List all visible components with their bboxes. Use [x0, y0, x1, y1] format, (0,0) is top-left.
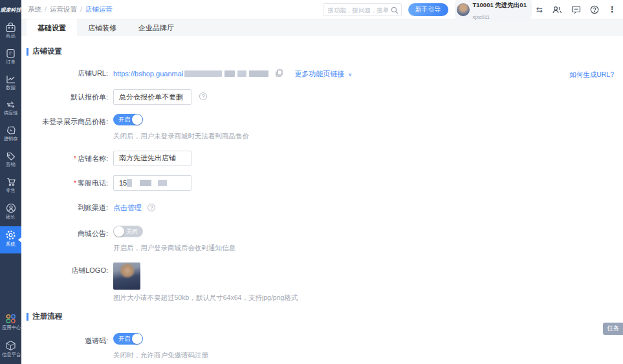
mall-notice-label: 商城公告: — [21, 226, 113, 253]
more-menu-icon[interactable]: ⋮ — [608, 5, 617, 14]
info-icon[interactable]: ? — [199, 92, 207, 100]
sidebar-item-data[interactable]: 数据 — [0, 71, 21, 97]
shop-logo-label: 店铺LOGO: — [21, 262, 113, 303]
more-links-dropdown[interactable]: 更多功能页链接 ∨ — [294, 70, 352, 78]
shop-logo-image[interactable] — [113, 262, 140, 290]
redacted-url-block — [184, 70, 222, 77]
chart-icon — [0, 74, 21, 84]
feedback-icon[interactable] — [571, 5, 581, 14]
redacted-phone-block — [127, 179, 132, 187]
manage-channel-link[interactable]: 点击管理 — [113, 204, 142, 211]
user-id: T10001 先进先出01 — [473, 1, 527, 8]
cart-icon — [0, 177, 21, 187]
sidebar-item-products[interactable]: 商品 — [0, 19, 21, 45]
price-visible-toggle[interactable]: 开启 — [113, 114, 143, 125]
sidebar-item-app-center[interactable]: 应用中心 — [0, 310, 21, 337]
required-mark: * — [74, 179, 76, 187]
switch-account-icon[interactable]: ⇆ — [536, 5, 543, 14]
sidebar-item-marketing[interactable]: 营销 — [0, 148, 21, 174]
redacted-url-block — [237, 70, 246, 77]
default-quote-label: 默认报价单: — [21, 89, 113, 105]
sidebar-item-label: 供应链 — [2, 110, 19, 117]
sidebar-item-orders[interactable]: 订单 — [0, 45, 21, 71]
gear-icon — [0, 230, 21, 241]
search-input[interactable] — [323, 3, 402, 16]
sidebar-item-supply-chain[interactable]: 供应链 — [0, 97, 21, 122]
sidebar-item-label: 数据 — [2, 85, 19, 92]
section-accent-bar — [27, 48, 28, 56]
shop-logo-desc: 图片大小请不要超过50kb，默认尺寸64x64，支持jpg/png格式 — [113, 293, 623, 303]
shop-url-link[interactable]: https://bshop.guanmai — [113, 70, 183, 78]
sidebar: 观麦科技 商品 订单 数据 供应链 进销存 营销 零售 团长 系统 应用中心 — [0, 0, 21, 364]
sidebar-item-label: 系统 — [2, 241, 19, 248]
how-to-generate-url-link[interactable]: 如何生成URL? — [569, 67, 614, 82]
sidebar-item-retail[interactable]: 零售 — [0, 174, 21, 200]
sidebar-item-label: 团长 — [2, 214, 19, 221]
sidebar-item-platform[interactable]: 信息平台 — [0, 337, 21, 364]
bag-icon — [0, 23, 21, 32]
supply-arrows-icon — [0, 100, 21, 109]
redacted-url-block — [249, 70, 268, 77]
sidebar-item-system[interactable]: 系统 — [0, 226, 21, 253]
help-icon[interactable] — [590, 5, 599, 14]
breadcrumb-shop-operation[interactable]: 店铺运营 — [85, 5, 113, 13]
sidebar-item-label: 订单 — [2, 59, 19, 66]
toggle-knob — [114, 226, 124, 237]
contacts-icon[interactable] — [552, 5, 562, 14]
required-mark: * — [74, 155, 76, 162]
inventory-icon — [0, 125, 21, 135]
tab-shop-decoration[interactable]: 店铺装修 — [77, 19, 127, 36]
breadcrumb-system[interactable]: 系统 — [28, 5, 41, 13]
user-subname: xjxc011 — [473, 14, 490, 20]
invite-code-desc: 关闭时，允许商户免邀请码注册 — [113, 350, 623, 361]
invite-code-label: 邀请码: — [21, 333, 113, 361]
search-icon[interactable] — [391, 5, 399, 17]
shop-name-input[interactable] — [113, 151, 191, 166]
user-avatar — [457, 3, 470, 16]
service-phone-input[interactable]: 15 — [113, 175, 191, 191]
mall-notice-desc: 开启后，用户登录商城后会收到通知信息 — [113, 243, 623, 253]
payment-channel-label: 到账渠道: — [21, 200, 113, 215]
breadcrumb-separator — [41, 5, 50, 13]
toggle-knob — [132, 114, 142, 125]
redacted-phone-block — [140, 180, 151, 186]
section-accent-bar — [27, 313, 28, 321]
section-shop-settings: 店铺设置 — [27, 47, 623, 56]
task-floating-tab[interactable]: 任务 — [603, 323, 623, 335]
info-icon[interactable]: ? — [148, 204, 155, 211]
tab-brand-hall[interactable]: 企业品牌厅 — [127, 19, 185, 36]
mall-notice-toggle[interactable]: 关闭 — [113, 226, 143, 237]
tab-basic-settings[interactable]: 基础设置 — [27, 19, 77, 36]
redacted-url-block — [224, 70, 235, 77]
invite-code-toggle[interactable]: 开启 — [113, 333, 143, 345]
shop-name-label: *店铺名称: — [21, 151, 113, 166]
chevron-down-icon: ∨ — [348, 72, 352, 78]
sidebar-item-label: 信息平台 — [2, 352, 19, 359]
service-phone-label: *客服电话: — [21, 175, 113, 191]
toggle-knob — [132, 334, 142, 344]
sidebar-item-leader[interactable]: 团长 — [0, 200, 21, 226]
breadcrumb-operation-settings[interactable]: 运营设置 — [50, 5, 77, 13]
default-quote-input[interactable] — [113, 89, 191, 105]
sidebar-item-label: 进销存 — [2, 136, 19, 143]
sidebar-item-inventory[interactable]: 进销存 — [0, 122, 21, 148]
top-header: 系统运营设置店铺运营 新手引导 T10001 先进先出01 xjxc011 ⇆ … — [21, 0, 623, 19]
copy-icon[interactable] — [276, 68, 283, 79]
main-content: 店铺设置 店铺URL: https://bshop.guanmai 更多功能页链… — [21, 36, 623, 364]
section-register-flow: 注册流程 — [27, 312, 623, 321]
sidebar-item-label: 零售 — [2, 187, 19, 195]
sidebar-item-label: 商品 — [2, 33, 19, 40]
cube-icon — [0, 340, 21, 351]
breadcrumb: 系统运营设置店铺运营 — [28, 5, 113, 14]
tag-icon — [0, 151, 21, 161]
sidebar-item-label: 营销 — [2, 162, 19, 169]
app-logo: 观麦科技 — [0, 0, 21, 19]
user-account-chip[interactable]: T10001 先进先出01 xjxc011 — [455, 0, 532, 22]
order-icon — [0, 48, 21, 58]
shop-url-label: 店铺URL: — [21, 65, 113, 83]
price-visible-desc: 关闭后，用户未登录商城时无法看到商品售价 — [113, 131, 623, 142]
price-visible-label: 未登录展示商品价格: — [21, 114, 113, 142]
newbie-guide-button[interactable]: 新手引导 — [408, 3, 448, 16]
global-search — [323, 3, 402, 16]
person-circle-icon — [0, 203, 21, 213]
